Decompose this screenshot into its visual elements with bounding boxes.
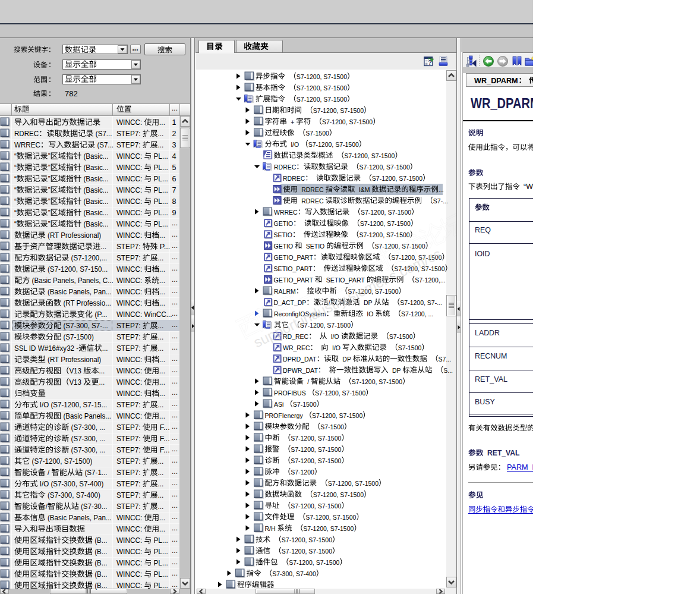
svg-text:STEP7:: STEP7: (116, 469, 141, 477)
svg-text:S7-1500: S7-1500 (320, 423, 344, 430)
svg-text:...: ... (99, 378, 105, 386)
svg-text:S7-1200, S7-1500: S7-1200, S7-1500 (328, 480, 379, 487)
svg-text:SETIO: SETIO (274, 231, 293, 238)
svg-text:F...: F... (160, 435, 170, 443)
svg-text:...: ... (172, 501, 178, 510)
svg-text:(S7-1200, S7-150...: (S7-1200, S7-150... (48, 265, 108, 274)
svg-text:WR_DPARM: WR_DPARM (474, 77, 518, 85)
svg-text:...: ... (172, 275, 178, 284)
svg-text:...: ... (172, 104, 178, 112)
svg-text:(S7-1500): (S7-1500) (63, 333, 93, 341)
svg-text:8: 8 (172, 197, 176, 206)
svg-text:...: ... (172, 354, 178, 363)
svg-text:PROFIenergy: PROFIenergy (265, 412, 304, 419)
svg-text:S7-1200, S7-1500: S7-1200, S7-1500 (360, 231, 410, 238)
svg-text:...: ... (158, 333, 164, 341)
svg-text:DPWR_DAT: DPWR_DAT (283, 367, 318, 374)
svg-text:...: ... (172, 535, 178, 543)
svg-text:PL...: PL... (154, 152, 168, 161)
svg-text:WINCC:: WINCC: (116, 220, 142, 228)
svg-text:(Basic...: (Basic... (84, 164, 109, 172)
svg-text:DP: DP (342, 356, 351, 363)
svg-text:S7-1200, S7-1500: S7-1200, S7-1500 (291, 446, 341, 453)
svg-text:WINCC:: WINCC: (116, 389, 142, 398)
svg-text:(Basic...: (Basic... (84, 175, 109, 183)
svg-text:...: ... (159, 288, 165, 296)
svg-text:S7-1200, S7-1500: S7-1200, S7-1500 (297, 96, 347, 103)
svg-text:...: ... (159, 231, 165, 240)
svg-text:...: ... (172, 411, 178, 419)
svg-text:...: ... (172, 422, 178, 430)
svg-text:WRREC: WRREC (14, 141, 40, 149)
svg-text:BUSY: BUSY (475, 398, 495, 406)
svg-text:...: ... (172, 343, 178, 351)
svg-text:P...: P... (160, 243, 171, 251)
svg-text:PL...: PL... (154, 559, 168, 567)
svg-text:STEP7:: STEP7: (116, 502, 141, 511)
svg-text:(S7...: (S7... (97, 141, 113, 149)
svg-text:V13: V13 (69, 378, 81, 386)
svg-text:PL...: PL... (154, 209, 168, 217)
svg-text:S7-1200, S7-1500: S7-1200, S7-1500 (313, 107, 364, 114)
svg-text:IO: IO (367, 310, 373, 318)
svg-text:(B...: (B... (94, 536, 107, 545)
svg-text:”: ” (48, 152, 51, 161)
svg-text:...: ... (172, 309, 178, 318)
svg-text:/: / (48, 469, 50, 477)
svg-text:DP: DP (392, 367, 401, 374)
svg-text:...: ... (158, 344, 164, 353)
svg-text:STEP7:: STEP7: (116, 457, 141, 466)
svg-text:(S7-300, S7-400): (S7-300, S7-400) (48, 491, 100, 499)
svg-text:...: ... (172, 241, 178, 250)
svg-text:(S7-300, ...: (S7-300, ... (71, 446, 105, 454)
svg-text:S7-1200, S7-1500: S7-1200, S7-1500 (282, 548, 332, 555)
svg-text:RALRM: RALRM (274, 288, 296, 295)
svg-text:S7-1200, S7-1500: S7-1200, S7-1500 (344, 152, 395, 159)
svg-text:STEP7:: STEP7: (116, 491, 141, 499)
svg-text:RDREC: RDREC (301, 186, 324, 193)
svg-text:RDREC: RDREC (301, 197, 324, 205)
svg-text:”: ” (48, 209, 51, 217)
svg-text:WINCC:: WINCC: (116, 412, 142, 420)
svg-text:(Basic...: (Basic... (84, 152, 109, 161)
svg-text:PL...: PL... (154, 197, 168, 206)
svg-text:(S7-300, S7-...: (S7-300, S7-... (63, 322, 108, 330)
svg-text:(Basic...: (Basic... (84, 197, 109, 206)
svg-text:ASi: ASi (274, 401, 283, 408)
svg-text:(Basic Panels...: (Basic Panels... (63, 412, 111, 420)
svg-text:S7-1200, S7-1500: S7-1200, S7-1500 (291, 435, 341, 442)
svg-text:LADDR: LADDR (475, 329, 500, 337)
svg-text:...: ... (99, 367, 105, 375)
svg-text:S7-...: S7-... (433, 197, 448, 205)
svg-text:R/H: R/H (265, 525, 276, 532)
svg-text:...: ... (172, 513, 178, 521)
svg-text:S7-1200, S7-1500: S7-1200, S7-1500 (308, 141, 359, 148)
svg-text:V13: V13 (69, 367, 81, 375)
svg-text:I/O: I/O (291, 141, 299, 148)
svg-text:WINCC:: WINCC: (116, 186, 142, 194)
svg-text:S7-1200, S7-1500: S7-1200, S7-1500 (312, 412, 362, 419)
svg-text:PL...: PL... (154, 536, 168, 545)
svg-text:WINCC:: WINCC: (116, 276, 142, 285)
svg-text:RDREC: RDREC (283, 175, 305, 182)
svg-text:(RT Professional): (RT Professional) (48, 231, 101, 240)
svg-text:...: ... (172, 366, 178, 374)
svg-text:PL...: PL... (154, 570, 168, 579)
svg-text:I&M: I&M (359, 186, 370, 193)
svg-text:STEP7:: STEP7: (116, 480, 141, 488)
svg-text:...: ... (172, 479, 178, 487)
svg-text:GETIO: GETIO (274, 243, 294, 250)
svg-text:WINCC:: WINCC: (116, 367, 142, 375)
svg-text:S7...: S7... (439, 356, 452, 363)
svg-text:...: ... (158, 322, 164, 330)
svg-text:STEP7:: STEP7: (116, 254, 141, 262)
svg-text:F...: F... (160, 446, 170, 454)
svg-text:“: “ (14, 209, 17, 217)
svg-text:WINCC:: WINCC: (116, 265, 142, 274)
svg-text:...: ... (172, 320, 178, 329)
svg-text:(S7-30...: (S7-30... (81, 502, 108, 511)
svg-text:(Basic...: (Basic... (84, 220, 109, 228)
svg-text:...: ... (172, 445, 178, 453)
svg-text:DP: DP (364, 299, 373, 306)
svg-text:S7-1200, S7-1500: S7-1200, S7-1500 (297, 84, 347, 92)
